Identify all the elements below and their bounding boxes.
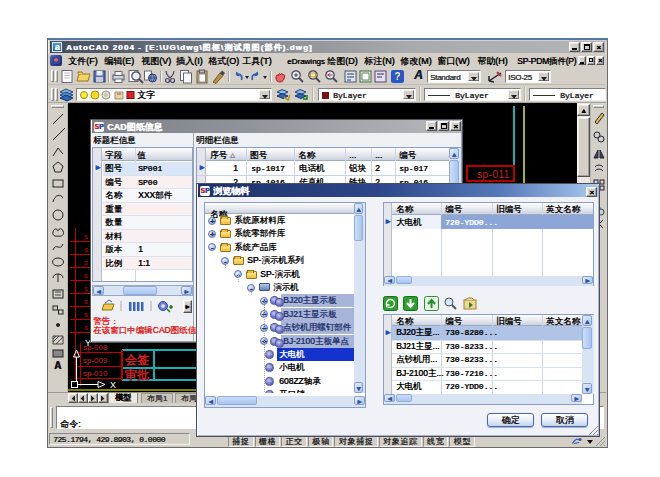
svg-text:sp-009: sp-009 xyxy=(83,356,108,365)
svg-text:s: s xyxy=(84,245,88,254)
svg-text:s: s xyxy=(84,258,88,267)
svg-text:会签: 会签 xyxy=(124,353,149,367)
svg-text:sp-011: sp-011 xyxy=(477,169,510,180)
svg-text:sp-010: sp-010 xyxy=(83,369,108,378)
svg-text:s: s xyxy=(84,271,88,280)
svg-text:A: A xyxy=(54,360,61,370)
svg-text:s: s xyxy=(84,284,88,293)
svg-text:?: ? xyxy=(394,71,400,82)
svg-text:X: X xyxy=(110,380,116,390)
svg-text:s: s xyxy=(84,310,88,319)
svg-text:s: s xyxy=(84,297,88,306)
svg-text:审批: 审批 xyxy=(124,368,149,382)
svg-text:s: s xyxy=(84,323,88,332)
svg-text:s: s xyxy=(84,232,88,241)
